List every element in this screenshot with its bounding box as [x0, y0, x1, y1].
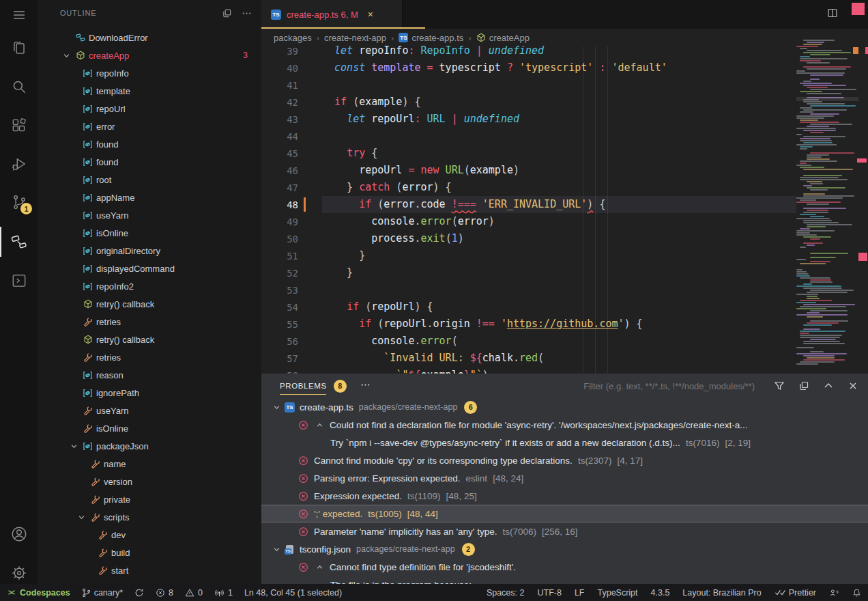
activity-explorer-icon[interactable] — [0, 31, 38, 64]
problem-row[interactable]: Parsing error: Expression expected.eslin… — [261, 469, 868, 487]
code-line-43[interactable]: 43 let repoUrl: URL | undefined — [261, 111, 868, 128]
status-encoding[interactable]: UTF-8 — [537, 588, 561, 598]
breadcrumb-create-next-app[interactable]: create-next-app — [324, 33, 386, 43]
breadcrumb-packages[interactable]: packages — [274, 33, 312, 43]
status-errors[interactable]: 8 — [156, 588, 173, 598]
line-number[interactable]: 41 — [261, 80, 298, 91]
problem-row[interactable]: Parameter 'name' implicitly has an 'any'… — [261, 522, 868, 540]
panel-more-icon[interactable] — [360, 380, 371, 393]
outline-item-repourl[interactable]: repoUrl — [38, 100, 261, 117]
outline-item-retries[interactable]: retries — [38, 348, 261, 366]
outline-item-retry-callback[interactable]: retry() callback — [38, 331, 261, 348]
line-number[interactable]: 45 — [261, 148, 298, 159]
collapse-panel-icon[interactable] — [823, 380, 834, 391]
outline-item-displayedcommand[interactable]: displayedCommand — [38, 260, 261, 277]
outline-item-ignorepath[interactable]: ignorePath — [38, 384, 261, 402]
line-number[interactable]: 40 — [261, 63, 298, 74]
code-line-49[interactable]: 49 console.error(error) — [261, 213, 868, 230]
code-line-39[interactable]: 39 let repoInfo: RepoInfo | undefined — [261, 42, 868, 59]
code-line-54[interactable]: 54 if (repoUrl) { — [261, 298, 868, 316]
outline-item-scripts[interactable]: scripts — [38, 508, 261, 526]
outline-item-found[interactable]: found — [38, 135, 261, 153]
status-indentation[interactable]: Spaces: 2 — [487, 588, 525, 598]
code-line-41[interactable]: 41 — [261, 76, 868, 94]
status-layout[interactable]: Layout: Brazilian Pro — [682, 588, 761, 598]
problems-filter-input[interactable] — [551, 380, 756, 392]
activity-run-debug-icon[interactable] — [0, 148, 38, 180]
tab-close-icon[interactable]: × — [368, 9, 373, 20]
code-area[interactable]: 39 let repoInfo: RepoInfo | undefined40 … — [261, 42, 868, 374]
filter-icon[interactable] — [774, 380, 785, 391]
minimap[interactable] — [796, 40, 858, 374]
split-editor-icon[interactable] — [827, 8, 838, 21]
line-number[interactable]: 47 — [261, 182, 298, 193]
problem-row[interactable]: Expression expected.ts(1109)[48, 25] — [261, 487, 868, 505]
line-number[interactable]: 49 — [261, 216, 298, 227]
outline-item-useyarn[interactable]: useYarn — [38, 402, 261, 419]
code-line-56[interactable]: 56 console.error( — [261, 333, 868, 350]
status-language[interactable]: TypeScript — [597, 588, 637, 598]
activity-account-icon[interactable] — [0, 518, 38, 550]
activity-menu-icon[interactable] — [0, 0, 38, 31]
line-number[interactable]: 44 — [261, 131, 298, 142]
outline-item-retries[interactable]: retries — [38, 313, 261, 331]
problem-row[interactable]: Cannot find type definition file for 'js… — [261, 558, 868, 576]
line-number[interactable]: 46 — [261, 165, 298, 176]
tab-problems[interactable]: PROBLEMS — [280, 374, 327, 398]
outline-item-createapp[interactable]: createApp3 — [38, 46, 261, 64]
code-line-55[interactable]: 55 if (repoUrl.origin !== 'https://githu… — [261, 316, 868, 333]
outline-item-reason[interactable]: reason — [38, 366, 261, 384]
activity-hierarchy-icon[interactable] — [0, 225, 38, 258]
outline-item-template[interactable]: template — [38, 82, 261, 100]
status-ports[interactable]: 1 — [214, 588, 233, 598]
line-number[interactable]: 48 — [261, 199, 298, 210]
line-number[interactable]: 56 — [261, 336, 298, 347]
status-warnings[interactable]: 0 — [185, 588, 203, 598]
line-number[interactable]: 53 — [261, 285, 298, 296]
more-actions-icon[interactable] — [242, 8, 252, 18]
outline-item-root[interactable]: root — [38, 171, 261, 188]
outline-item-repoinfo[interactable]: repoInfo — [38, 64, 261, 82]
outline-item-packagejson[interactable]: packageJson — [38, 437, 261, 455]
line-number[interactable]: 43 — [261, 114, 298, 125]
outline-item-build[interactable]: build — [38, 544, 261, 561]
outline-item-useyarn[interactable]: useYarn — [38, 206, 261, 224]
outline-item-name[interactable]: name — [38, 455, 261, 473]
status-codespaces[interactable]: Codespaces — [7, 588, 70, 598]
code-line-44[interactable]: 44 — [261, 128, 868, 145]
status-notifications[interactable] — [852, 588, 861, 598]
outline-item-private[interactable]: private — [38, 490, 261, 508]
line-number[interactable]: 39 — [261, 46, 298, 57]
outline-item-appname[interactable]: appName — [38, 188, 261, 206]
code-line-50[interactable]: 50 process.exit(1) — [261, 230, 868, 247]
code-line-42[interactable]: 42 if (example) { — [261, 94, 868, 111]
outline-item-downloaderror[interactable]: DownloadError — [38, 29, 261, 46]
status-ts-version[interactable]: 4.3.5 — [651, 588, 670, 598]
problem-row[interactable]: Cannot find module 'cpy' or its correspo… — [261, 451, 868, 469]
status-branch[interactable]: canary* — [82, 588, 123, 598]
outline-item-repoinfo2[interactable]: repoInfo2 — [38, 277, 261, 295]
problem-row[interactable]: Try `npm i --save-dev @types/async-retry… — [261, 434, 868, 451]
line-number[interactable]: 54 — [261, 302, 298, 313]
activity-search-icon[interactable] — [0, 70, 38, 103]
line-number[interactable]: 42 — [261, 97, 298, 108]
activity-panel-terminal-icon[interactable] — [0, 264, 38, 297]
line-number[interactable]: 57 — [261, 353, 298, 364]
outline-item-originaldirectory[interactable]: originalDirectory — [38, 242, 261, 260]
outline-item-version[interactable]: version — [38, 473, 261, 490]
group-by-icon[interactable] — [798, 380, 809, 391]
problem-row[interactable]: Could not find a declaration file for mo… — [261, 416, 868, 434]
breadcrumb-createapp[interactable]: createApp — [476, 33, 530, 43]
problem-row[interactable]: The file is in the program because: — [261, 576, 868, 584]
activity-extensions-icon[interactable] — [0, 109, 38, 142]
close-panel-icon[interactable] — [848, 380, 858, 391]
outline-item-found[interactable]: found — [38, 153, 261, 171]
outline-item-error[interactable]: error — [38, 117, 261, 135]
problems-group-tsconfig-json[interactable]: TStsconfig.jsonpackages/create-next-app2 — [261, 540, 868, 558]
outline-item-isonline[interactable]: isOnline — [38, 419, 261, 437]
problems-group-create-app-ts[interactable]: TScreate-app.tspackages/create-next-app6 — [261, 398, 868, 416]
line-number[interactable]: 52 — [261, 268, 298, 279]
code-line-53[interactable]: 53 — [261, 281, 868, 298]
code-line-48[interactable]: 48 if (error.code !=== 'ERR_INVALID_URL'… — [261, 196, 868, 213]
activity-source-control-icon[interactable]: 1 — [0, 186, 38, 219]
